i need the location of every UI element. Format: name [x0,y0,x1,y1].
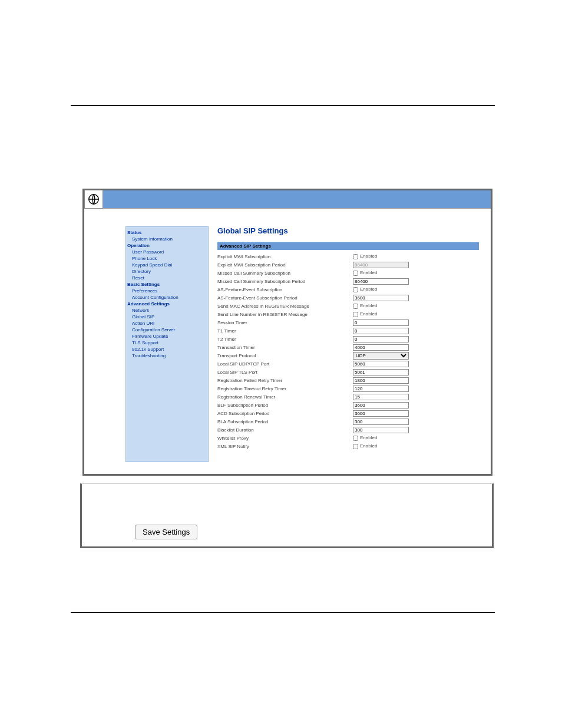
nav-item-user-password[interactable]: User Password [132,249,207,255]
save-button[interactable]: Save Settings [135,525,197,539]
setting-row: AS-Feature-Event Subscription Period [217,294,479,302]
setting-row: Registration Timeout Retry Timer [217,384,479,393]
nav-header-advanced: Advanced Settings [127,301,207,307]
setting-row: T2 Timer [217,335,479,343]
setting-value: Enabled [353,303,479,308]
nav-item-global-sip[interactable]: Global SIP [132,314,207,320]
checkbox[interactable] [353,271,358,276]
nav-header-status: Status [127,229,207,236]
checkbox[interactable] [353,304,358,309]
nav-item-configuration-server[interactable]: Configuration Server [132,327,207,333]
text-input[interactable] [353,427,409,433]
text-input[interactable] [353,410,409,417]
text-input[interactable] [353,386,409,392]
setting-value [353,419,479,425]
checkbox[interactable] [353,444,358,449]
nav-item-action-uri[interactable]: Action URI [132,320,207,327]
setting-row: Registration Renewal Timer [217,393,479,401]
nav-item-preferences[interactable]: Preferences [132,288,207,294]
text-input[interactable] [353,295,409,301]
setting-value: Enabled [353,435,479,440]
text-input[interactable] [353,377,409,384]
setting-row: BLA Subscription Period [217,417,479,426]
setting-row: Explicit MWI Subscription Period [217,261,479,269]
nav-item-802-1x-support[interactable]: 802.1x Support [132,346,207,353]
checkbox[interactable] [353,287,358,292]
setting-value: Enabled [353,443,479,449]
content-panel: Global SIP Settings Advanced SIP Setting… [209,226,479,462]
setting-value [353,336,479,342]
setting-label: Whitelist Proxy [217,436,353,441]
setting-value [353,262,479,268]
setting-label: Explicit MWI Subscription [217,254,353,259]
text-input[interactable] [353,336,409,342]
nav-item-network[interactable]: Network [132,307,207,314]
setting-row: Session Timer [217,318,479,327]
setting-value [353,278,479,285]
sidebar-nav: Status System Information Operation User… [125,226,209,462]
setting-label: XML SIP Notify [217,444,353,449]
text-input[interactable] [353,361,409,367]
setting-value [353,361,479,367]
checkbox[interactable] [353,436,358,441]
text-input[interactable] [353,319,409,326]
setting-label: Registration Renewal Timer [217,394,353,400]
setting-value [353,427,479,433]
setting-label: Send Line Number in REGISTER Message [217,312,353,317]
setting-row: XML SIP NotifyEnabled [217,442,479,450]
checkbox[interactable] [353,312,358,317]
setting-value [353,386,479,392]
setting-label: AS-Feature-Event Subscription [217,287,353,292]
setting-row: Local SIP TLS Port [217,368,479,376]
setting-label: BLF Subscription Period [217,403,353,408]
page-rule-top [71,105,495,106]
nav-item-reset[interactable]: Reset [132,275,207,281]
nav-header-basic: Basic Settings [127,281,207,288]
page-rule-bottom [71,612,495,613]
setting-row: Transport ProtocolUDP [217,351,479,360]
nav-item-system-information[interactable]: System Information [132,236,207,242]
setting-label: Missed Call Summary Subscription [217,271,353,276]
setting-row: BLF Subscription Period [217,401,479,409]
nav-item-firmware-update[interactable]: Firmware Update [132,333,207,340]
setting-row: T1 Timer [217,327,479,335]
nav-item-directory[interactable]: Directory [132,268,207,275]
setting-label: Local SIP TLS Port [217,370,353,375]
bottom-panel: Save Settings [80,483,494,548]
setting-row: Transaction Timer [217,343,479,351]
text-input[interactable] [353,369,409,375]
setting-row: Registration Failed Retry Timer [217,376,479,384]
checkbox[interactable] [353,254,358,259]
setting-value: UDP [353,352,479,360]
nav-item-tls-support[interactable]: TLS Support [132,340,207,346]
text-input[interactable] [353,262,409,268]
setting-value: Enabled [353,253,479,259]
setting-label: ACD Subscription Period [217,411,353,416]
setting-label: T2 Timer [217,337,353,342]
setting-value [353,369,479,375]
text-input[interactable] [353,278,409,285]
setting-label: Registration Failed Retry Timer [217,378,353,383]
select-input[interactable]: UDP [353,352,409,360]
setting-value: Enabled [353,286,479,292]
setting-label: Session Timer [217,320,353,325]
setting-label: AS-Feature-Event Subscription Period [217,295,353,301]
setting-label: BLA Subscription Period [217,419,353,424]
nav-item-account-configuration[interactable]: Account Configuration [132,294,207,301]
text-input[interactable] [353,344,409,351]
text-input[interactable] [353,328,409,334]
setting-label: Blacklist Duration [217,427,353,433]
text-input[interactable] [353,419,409,425]
text-input[interactable] [353,394,409,400]
setting-row: Local SIP UDP/TCP Port [217,360,479,368]
nav-item-phone-lock[interactable]: Phone Lock [132,255,207,262]
nav-item-keypad-speed-dial[interactable]: Keypad Speed Dial [132,262,207,268]
setting-value [353,402,479,409]
text-input[interactable] [353,402,409,409]
setting-value [353,394,479,400]
nav-item-troubleshooting[interactable]: Troubleshooting [132,353,207,359]
setting-row: Send Line Number in REGISTER MessageEnab… [217,310,479,318]
setting-label: Transaction Timer [217,345,353,350]
setting-row: Explicit MWI SubscriptionEnabled [217,252,479,261]
setting-value [353,328,479,334]
